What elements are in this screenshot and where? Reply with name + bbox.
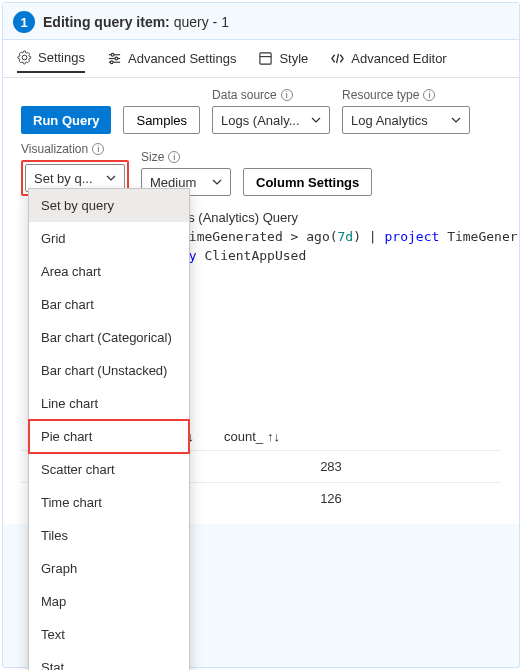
title-prefix: Editing query item: <box>43 14 170 30</box>
select-value: Logs (Analy... <box>221 113 300 128</box>
info-icon[interactable]: i <box>423 89 435 101</box>
viz-option-bar-chart[interactable]: Bar chart <box>29 288 189 321</box>
viz-option-text[interactable]: Text <box>29 618 189 651</box>
viz-option-scatter-chart[interactable]: Scatter chart <box>29 453 189 486</box>
visualization-dropdown: Set by query Grid Area chart Bar chart B… <box>28 188 190 670</box>
visualization-label: Visualizationi <box>21 142 129 156</box>
viz-option-time-chart[interactable]: Time chart <box>29 486 189 519</box>
select-value: Log Analytics <box>351 113 428 128</box>
viz-option-grid[interactable]: Grid <box>29 222 189 255</box>
results-header: ↑↓ count_↑↓ <box>181 423 501 450</box>
style-icon <box>258 51 273 66</box>
size-label: Sizei <box>141 150 231 164</box>
data-source-label: Data sourcei <box>212 88 330 102</box>
svg-point-1 <box>111 53 114 56</box>
editor-line-2: by ClientAppUsed <box>181 248 501 263</box>
viz-option-tiles[interactable]: Tiles <box>29 519 189 552</box>
tab-advanced-editor[interactable]: Advanced Editor <box>330 50 446 73</box>
tab-advanced-settings[interactable]: Advanced Settings <box>107 50 236 73</box>
tab-label: Settings <box>38 50 85 65</box>
svg-point-5 <box>110 61 113 64</box>
sliders-icon <box>107 51 122 66</box>
chevron-down-icon <box>212 177 222 187</box>
code-icon <box>330 51 345 66</box>
info-icon[interactable]: i <box>168 151 180 163</box>
tab-style[interactable]: Style <box>258 50 308 73</box>
viz-option-area-chart[interactable]: Area chart <box>29 255 189 288</box>
viz-option-map[interactable]: Map <box>29 585 189 618</box>
cell-count: 126 <box>281 491 381 506</box>
tab-label: Advanced Editor <box>351 51 446 66</box>
tab-label: Style <box>279 51 308 66</box>
viz-option-pie-chart[interactable]: Pie chart <box>29 420 189 453</box>
data-source-select[interactable]: Logs (Analy... <box>212 106 330 134</box>
resource-type-label: Resource typei <box>342 88 470 102</box>
chevron-down-icon <box>451 115 461 125</box>
svg-rect-6 <box>260 53 271 64</box>
resource-type-select[interactable]: Log Analytics <box>342 106 470 134</box>
chevron-down-icon <box>311 115 321 125</box>
info-icon[interactable]: i <box>281 89 293 101</box>
viz-option-line-chart[interactable]: Line chart <box>29 387 189 420</box>
tab-bar: Settings Advanced Settings Style Advance… <box>3 40 519 78</box>
col-count[interactable]: count_↑↓ <box>224 429 280 444</box>
chevron-down-icon <box>106 173 116 183</box>
editor-source-label: gs (Analytics) Query <box>181 210 501 225</box>
page-title: Editing query item: query - 1 <box>43 14 229 30</box>
viz-option-graph[interactable]: Graph <box>29 552 189 585</box>
editor-line-1: TimeGenerated > ago(7d) | project TimeGe… <box>181 229 501 244</box>
select-value: Set by q... <box>34 171 93 186</box>
editor-header: 1 Editing query item: query - 1 <box>3 3 519 40</box>
tab-label: Advanced Settings <box>128 51 236 66</box>
svg-point-3 <box>115 57 118 60</box>
run-query-button[interactable]: Run Query <box>21 106 111 134</box>
viz-option-bar-chart-categorical[interactable]: Bar chart (Categorical) <box>29 321 189 354</box>
column-settings-button[interactable]: Column Settings <box>243 168 372 196</box>
svg-line-8 <box>337 54 339 63</box>
cell-count: 283 <box>281 459 381 474</box>
gear-icon <box>17 50 32 65</box>
title-name: query - 1 <box>174 14 229 30</box>
viz-option-bar-chart-unstacked[interactable]: Bar chart (Unstacked) <box>29 354 189 387</box>
tab-settings[interactable]: Settings <box>17 50 85 73</box>
info-icon[interactable]: i <box>92 143 104 155</box>
viz-option-stat[interactable]: Stat <box>29 651 189 670</box>
step-number-badge: 1 <box>13 11 35 33</box>
samples-button[interactable]: Samples <box>123 106 200 134</box>
viz-option-set-by-query[interactable]: Set by query <box>29 189 189 222</box>
